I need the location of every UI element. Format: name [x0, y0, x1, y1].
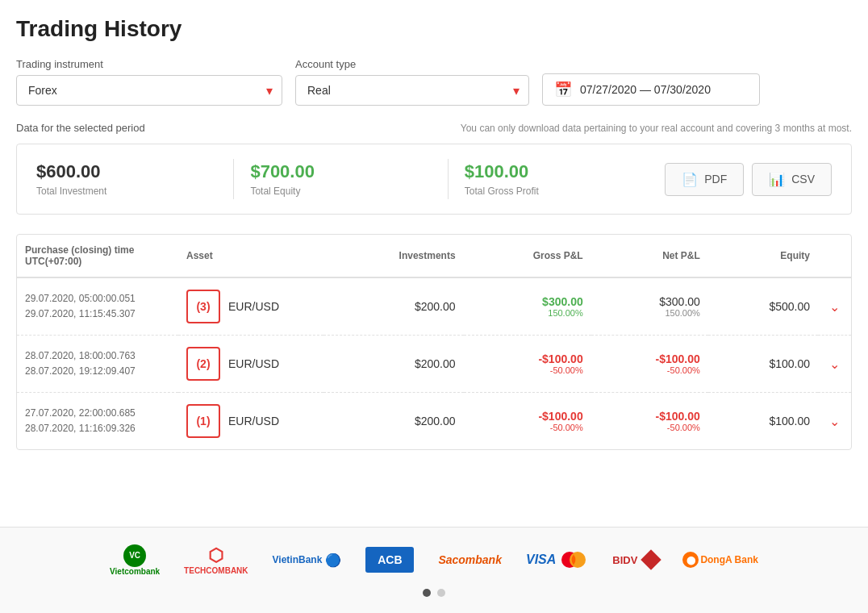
trade-badge: (3)	[186, 290, 220, 323]
summary-card: $600.00 Total Investment $700.00 Total E…	[16, 144, 852, 215]
equity-cell: $100.00	[708, 393, 818, 450]
time-cell: 28.07.2020, 18:00:00.76328.07.2020, 19:1…	[17, 336, 178, 393]
date-range-text: 07/27/2020 — 07/30/2020	[580, 83, 711, 96]
expand-row-button[interactable]: ⌄	[826, 411, 843, 432]
th-investments: Investments	[323, 235, 464, 277]
investments-cell: $200.00	[323, 277, 464, 336]
pdf-icon: 📄	[682, 172, 698, 187]
main-content: Trading History Trading instrument Forex…	[0, 0, 868, 527]
table-row: 29.07.2020, 05:00:00.05129.07.2020, 11:1…	[17, 277, 851, 336]
net-pnl-cell: -$100.00 -50.00%	[591, 393, 708, 450]
summary-investment: $600.00 Total Investment	[36, 161, 217, 197]
download-notice: You can only download data pertaining to…	[461, 123, 852, 134]
th-equity: Equity	[708, 235, 818, 277]
net-pnl-cell: $300.00 150.00%	[591, 277, 708, 336]
gross-pnl-cell: -$100.00 -50.00%	[464, 336, 591, 393]
filters-row: Trading instrument Forex Stocks Crypto C…	[16, 58, 852, 106]
donga-icon: ⬤	[682, 552, 699, 568]
techcombank-icon: ⬡	[208, 545, 223, 566]
instrument-select[interactable]: Forex Stocks Crypto Commodities	[16, 75, 282, 106]
export-buttons: 📄 PDF 📊 CSV	[665, 163, 832, 196]
asset-name: EUR/USD	[228, 357, 279, 370]
acb-logo: ACB	[365, 544, 414, 576]
donga-logo: ⬤ DongA Bank	[682, 544, 758, 576]
asset-name: EUR/USD	[228, 415, 279, 427]
trading-table: Purchase (closing) time UTC(+07:00) Asse…	[17, 235, 851, 449]
th-asset: Asset	[178, 235, 323, 277]
trade-badge: (2)	[186, 347, 220, 381]
pagination-dots	[16, 589, 852, 597]
expand-cell: ⌄	[818, 336, 851, 393]
equity-cell: $500.00	[708, 277, 818, 336]
th-time: Purchase (closing) time UTC(+07:00)	[17, 235, 178, 277]
info-bar: Data for the selected period You can onl…	[16, 122, 852, 134]
sacombank-logo: Sacombank	[438, 544, 502, 576]
asset-name: EUR/USD	[228, 300, 279, 313]
vietcombank-logo: VC Vietcombank	[110, 544, 160, 576]
csv-label: CSV	[791, 173, 815, 186]
bidv-diamond	[641, 549, 661, 569]
equity-amount: $700.00	[250, 161, 431, 182]
profit-amount: $100.00	[465, 161, 645, 182]
account-label: Account type	[295, 58, 529, 70]
equity-cell: $100.00	[708, 336, 818, 393]
summary-divider-1	[233, 159, 234, 199]
th-net-pnl: Net P&L	[591, 235, 708, 277]
instrument-label: Trading instrument	[16, 58, 282, 70]
investment-amount: $600.00	[36, 161, 217, 182]
techcombank-logo: ⬡ TECHCOMBANK	[184, 544, 248, 576]
table-row: 27.07.2020, 22:00:00.68528.07.2020, 11:1…	[17, 393, 851, 450]
bank-logos: VC Vietcombank ⬡ TECHCOMBANK VietinBank …	[16, 544, 852, 576]
profit-label: Total Gross Profit	[465, 186, 645, 197]
visa-mastercard-logo: VISA	[526, 544, 588, 576]
instrument-filter-group: Trading instrument Forex Stocks Crypto C…	[16, 58, 282, 106]
dot-2[interactable]	[437, 589, 445, 597]
account-filter-group: Account type Real Demo ▾	[295, 58, 529, 106]
asset-cell: (3) EUR/USD	[178, 277, 323, 336]
vietinbank-logo: VietinBank 🔵	[273, 544, 342, 576]
th-gross-pnl: Gross P&L	[464, 235, 591, 277]
equity-label: Total Equity	[250, 186, 431, 197]
asset-cell: (2) EUR/USD	[178, 336, 323, 393]
expand-row-button[interactable]: ⌄	[826, 296, 843, 318]
th-expand	[818, 235, 851, 277]
account-select[interactable]: Real Demo	[295, 75, 529, 106]
investments-cell: $200.00	[323, 336, 464, 393]
table-header-row: Purchase (closing) time UTC(+07:00) Asse…	[17, 235, 851, 277]
summary-equity: $700.00 Total Equity	[250, 161, 431, 197]
dot-1[interactable]	[423, 589, 431, 597]
pdf-button[interactable]: 📄 PDF	[665, 163, 744, 196]
summary-divider-2	[448, 159, 449, 199]
page-wrapper: Trading History Trading instrument Forex…	[0, 0, 868, 613]
pdf-label: PDF	[704, 173, 727, 186]
asset-cell: (1) EUR/USD	[178, 393, 323, 450]
period-text: Data for the selected period	[16, 122, 145, 134]
bidv-logo: BIDV	[612, 544, 658, 576]
time-cell: 27.07.2020, 22:00:00.68528.07.2020, 11:1…	[17, 393, 178, 450]
trade-badge: (1)	[186, 404, 220, 438]
gross-pnl-cell: $300.00 150.00%	[464, 277, 591, 336]
gross-pnl-cell: -$100.00 -50.00%	[464, 393, 591, 450]
net-pnl-cell: -$100.00 -50.00%	[591, 336, 708, 393]
date-range-picker[interactable]: 📅 07/27/2020 — 07/30/2020	[542, 73, 760, 106]
time-cell: 29.07.2020, 05:00:00.05129.07.2020, 11:1…	[17, 277, 178, 336]
account-select-wrapper: Real Demo ▾	[295, 75, 529, 106]
vietcombank-icon: VC	[123, 544, 146, 567]
investment-label: Total Investment	[36, 186, 217, 197]
csv-button[interactable]: 📊 CSV	[752, 163, 832, 196]
table-row: 28.07.2020, 18:00:00.76328.07.2020, 19:1…	[17, 336, 851, 393]
expand-row-button[interactable]: ⌄	[826, 353, 843, 375]
page-title: Trading History	[16, 16, 852, 42]
mastercard-icon	[559, 551, 588, 569]
csv-icon: 📊	[769, 172, 785, 187]
instrument-select-wrapper: Forex Stocks Crypto Commodities ▾	[16, 75, 282, 106]
visa-text: VISA	[526, 553, 556, 567]
summary-profit: $100.00 Total Gross Profit	[465, 161, 645, 197]
calendar-icon: 📅	[554, 81, 572, 98]
data-table-section: Purchase (closing) time UTC(+07:00) Asse…	[16, 234, 852, 450]
footer-section: VC Vietcombank ⬡ TECHCOMBANK VietinBank …	[0, 527, 868, 613]
expand-cell: ⌄	[818, 277, 851, 336]
expand-cell: ⌄	[818, 393, 851, 450]
investments-cell: $200.00	[323, 393, 464, 450]
